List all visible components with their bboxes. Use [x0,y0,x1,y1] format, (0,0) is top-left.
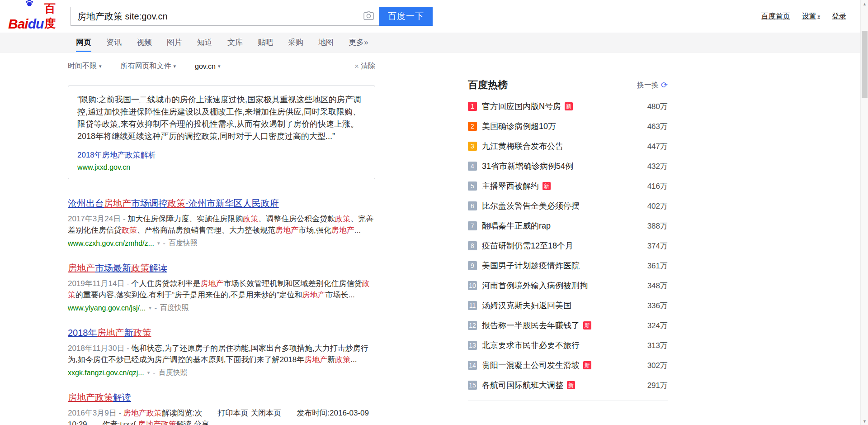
result-date: 2017年3月24日 - [68,215,127,223]
hot-list-item[interactable]: 14 贵阳一混凝土公司发生滑坡 新 302万 [468,355,668,375]
search-type-tab[interactable]: 图片 [167,33,182,52]
camera-icon[interactable] [363,11,374,22]
result-title-link[interactable]: 沧州出台房地产市场调控政策-沧州市新华区人民政府 [68,197,279,209]
hot-list-items: 1 官方回应国内版N号房 新 480万 2 美国确诊病例超10万 463万 3 … [468,96,668,395]
search-type-tab[interactable]: 采购 [288,33,303,52]
tab-label: 知道 [197,37,212,48]
search-type-tab[interactable]: 资讯 [106,33,122,52]
scrollbar[interactable]: ▲ ▼ [860,0,868,425]
refresh-hot-list-button[interactable]: 换一换 ⟳ [637,80,668,90]
clear-label: 清除 [361,62,375,71]
separator: - [153,369,155,377]
hot-item-title: 各航司国际航班大调整 [482,380,563,391]
new-badge: 新 [567,381,575,389]
hot-item-count: 291万 [642,380,668,391]
search-type-tab[interactable]: 知道 [197,33,212,52]
hot-item-count: 361万 [642,261,668,271]
new-badge: 新 [583,321,591,329]
new-badge: 新 [542,182,551,190]
search-type-tab[interactable]: 文库 [227,33,243,52]
hot-item-title: 主播翠西被解约 [482,181,539,191]
hot-list-header: 百度热榜 换一换 ⟳ [468,78,668,92]
baidu-home-link[interactable]: 百度首页 [761,12,790,21]
logo-text-cn: 百度 [44,1,61,32]
hot-list-item[interactable]: 7 翻唱秦牛正威的rap 388万 [468,216,668,236]
tab-label: 网页 [76,37,91,48]
search-type-tab[interactable]: 贴吧 [258,33,273,52]
hot-item-count: 336万 [642,301,668,311]
refresh-label: 换一换 [637,81,659,90]
search-result: 沧州出台房地产市场调控政策-沧州市新华区人民政府 2017年3月24日 - 加大… [68,197,375,248]
featured-result-card: “限购:之前我国一二线城市的房价上涨速度过快,国家极其重视这些地区的房产调控,通… [68,86,375,179]
filter-label: 所有网页和文件 [121,62,171,71]
hot-list-item[interactable]: 15 各航司国际航班大调整 新 291万 [468,375,668,395]
header: Bai du 百度 百度一下 百度首页 设置▾ 登录 [0,0,868,33]
scroll-up-arrow[interactable]: ▲ [861,0,868,8]
rank-badge: 8 [468,241,477,250]
chevron-down-icon[interactable]: ▾ [149,305,151,311]
baidu-logo[interactable]: Bai du 百度 [8,1,61,32]
hot-list-item[interactable]: 11 汤姆汉克斯夫妇返回美国 336万 [468,296,668,315]
search-box [71,7,379,26]
result-snippet: 2016年3月9日 - 房地产政策解读阅览:次 打印本页 关闭本页 发布时间:2… [68,407,375,425]
settings-label: 设置 [802,12,816,21]
hot-item-title: 贵阳一混凝土公司发生滑坡 [482,360,580,371]
cached-page-link[interactable]: 百度快照 [160,303,189,313]
login-link[interactable]: 登录 [832,12,846,21]
hot-item-title: 翻唱秦牛正威的rap [482,220,551,231]
filter-label: gov.cn [195,62,216,71]
tab-label: 文库 [227,37,243,48]
rank-badge: 4 [468,162,477,171]
search-input[interactable] [71,7,379,26]
rank-badge: 9 [468,261,477,270]
settings-link[interactable]: 设置▾ [802,12,820,21]
filter-time-range[interactable]: 时间不限 ▾ [68,62,102,71]
search-button[interactable]: 百度一下 [379,7,433,26]
chevron-down-icon[interactable]: ▾ [157,240,160,246]
hot-list-item[interactable]: 3 九江黄梅联合发布公告 447万 [468,136,668,156]
search-type-tab[interactable]: 地图 [318,33,334,52]
hot-item-count: 416万 [642,181,668,191]
hot-item-count: 348万 [642,281,668,291]
search-type-tab[interactable]: 视频 [137,33,152,52]
rank-badge: 10 [468,281,477,290]
chevron-down-icon: ▾ [817,14,820,19]
result-meta: www.czxh.gov.cn/zmhd/z... ▾ - 百度快照 [68,239,375,248]
scrollbar-thumb[interactable] [862,31,868,98]
tab-label: 视频 [137,37,152,48]
hot-list-item[interactable]: 12 报告称一半股民去年赚钱了 新 324万 [468,315,668,335]
hot-list-item[interactable]: 8 疫苗研制仍需12至18个月 374万 [468,236,668,256]
search-type-tab[interactable]: 网页 [76,33,91,52]
hot-item-title: 北京要求市民非必要不旅行 [482,340,580,351]
result-title-link[interactable]: 房地产市场最新政策解读 [68,262,167,274]
result-url: xxgk.fangzi.gov.cn/qzj... [68,369,144,377]
featured-result-url: www.jxxd.gov.cn [77,163,366,172]
result-title-link[interactable]: 房地产政策解读 [68,392,131,403]
scroll-down-arrow[interactable]: ▼ [861,417,868,425]
hot-list-item[interactable]: 9 美国男子计划趁疫情炸医院 361万 [468,256,668,276]
rank-badge: 1 [468,102,477,111]
clear-filters-button[interactable]: × 清除 [354,62,375,71]
hot-item-title: 报告称一半股民去年赚钱了 [482,320,580,331]
tab-label: 资讯 [106,37,122,48]
hot-item-title: 31省市新增确诊病例54例 [482,161,573,172]
hot-list-item[interactable]: 13 北京要求市民非必要不旅行 313万 [468,335,668,355]
cached-page-link[interactable]: 百度快照 [159,368,188,377]
hot-list-item[interactable]: 2 美国确诊病例超10万 463万 [468,116,668,136]
search-type-tab[interactable]: 更多» [349,33,368,52]
featured-result-link[interactable]: 2018年房地产政策解析 [77,150,156,160]
cached-page-link[interactable]: 百度快照 [169,239,198,248]
tab-label: 更多» [349,37,368,48]
hot-list-title: 百度热榜 [468,78,508,92]
hot-list-item[interactable]: 4 31省市新增确诊病例54例 432万 [468,156,668,176]
hot-list-item[interactable]: 10 河南首例境外输入病例被刑拘 348万 [468,276,668,296]
hot-list-item[interactable]: 1 官方回应国内版N号房 新 480万 [468,96,668,116]
filter-file-type[interactable]: 所有网页和文件 ▾ [121,62,176,71]
result-title-link[interactable]: 2018年房地产新政策 [68,327,151,339]
hot-list-item[interactable]: 6 比尔盖茨警告全美必须停摆 402万 [468,196,668,216]
chevron-down-icon[interactable]: ▾ [147,370,150,376]
chevron-down-icon: ▾ [99,63,102,69]
hot-list-item[interactable]: 5 主播翠西被解约 新 416万 [468,176,668,196]
filter-site[interactable]: gov.cn ▾ [195,62,220,71]
search-result: 房地产政策解读 2016年3月9日 - 房地产政策解读阅览:次 打印本页 关闭本… [68,392,375,425]
